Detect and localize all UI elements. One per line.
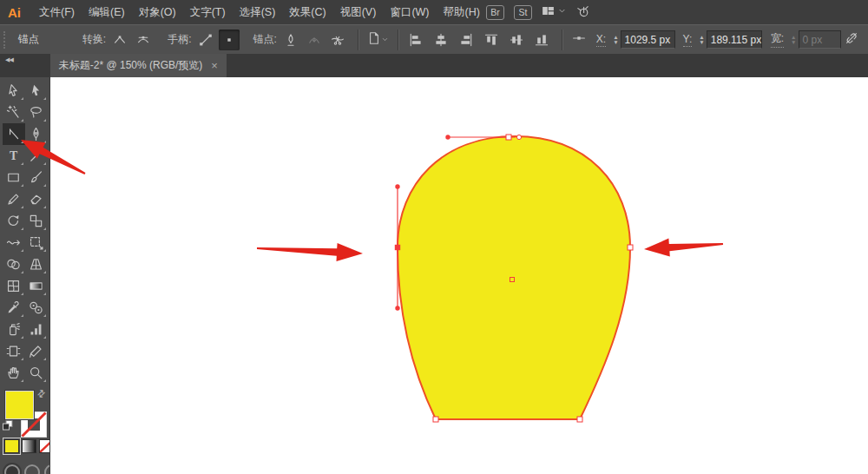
separator [398,30,399,50]
document-setup-button[interactable] [365,30,391,50]
x-stepper[interactable]: ▲▼ [613,35,618,45]
menu-item-3[interactable]: 文字(T) [183,5,233,20]
convert-smooth-button[interactable] [133,30,154,50]
x-label: X: [596,33,606,47]
doc-setup-icon [367,31,381,45]
rectangle-icon [6,170,21,185]
default-swatches-icon[interactable] [2,418,13,434]
tool-paintbrush[interactable] [25,167,48,188]
width-label: 宽: [771,31,784,48]
tool-symbol-sprayer[interactable] [3,319,25,340]
draw-normal-button[interactable] [4,464,20,474]
tab-close-icon[interactable]: × [211,60,218,71]
tool-rotate[interactable] [3,210,25,232]
tool-eraser[interactable] [25,188,48,210]
link-dimensions-button[interactable] [841,30,861,50]
tool-pen[interactable] [25,123,48,145]
draw-inside-button[interactable] [44,464,50,474]
handles-group [195,30,240,50]
swap-fill-stroke-icon[interactable]: ⇄ [35,387,49,401]
menu-item-5[interactable]: 效果(C) [282,5,332,20]
tool-scale[interactable] [25,210,48,232]
remove-anchor-button[interactable] [280,30,301,50]
isolate-icon [572,31,586,48]
tool-slice[interactable] [25,340,48,362]
menu-item-2[interactable]: 对象(O) [132,5,183,20]
tool-magic-wand[interactable] [3,102,25,123]
tool-selection[interactable] [25,80,48,102]
menu-item-0[interactable]: 文件(F) [32,5,82,20]
align-center-h-icon [434,33,448,47]
style-button[interactable]: St [514,5,532,20]
flyout-corner-icon [21,314,23,317]
y-stepper[interactable]: ▲▼ [699,35,704,45]
isolate-button[interactable] [569,30,589,50]
tool-artboard[interactable] [3,340,25,362]
cut-path-button[interactable] [327,30,348,50]
tool-direct-selection[interactable] [3,80,25,102]
rotate-icon [6,214,21,228]
tool-type[interactable]: T [3,145,25,167]
none-mode-button[interactable] [39,439,50,453]
align-middle-v-button[interactable] [506,30,527,50]
tool-perspective-grid[interactable] [25,253,48,275]
panel-grip[interactable] [3,31,8,49]
pen-icon [29,127,43,142]
anchor-point-icon [6,127,21,142]
document-tab[interactable]: 未标题-2* @ 150% (RGB/预览) × [50,54,227,77]
collapse-panel-icon[interactable]: ◀◀ [5,56,13,63]
type-icon: T [6,148,21,163]
menu-item-1[interactable]: 编辑(E) [82,5,132,20]
flyout-corner-icon [43,314,46,317]
x-input[interactable]: 1029.5 px [621,30,675,49]
y-input[interactable]: 189.115 px [707,30,762,49]
workspace-icon [542,4,555,17]
paintbrush-icon [29,170,43,185]
tool-rectangle[interactable] [3,167,25,188]
tool-mesh[interactable] [3,275,25,297]
tool-line-segment[interactable] [25,145,48,167]
flyout-corner-icon [43,358,46,360]
align-left-button[interactable] [405,30,426,50]
menu-item-4[interactable]: 选择(S) [233,5,283,20]
width-input: 0 px [799,30,842,49]
tool-hand[interactable] [3,362,25,384]
tool-width[interactable] [3,232,25,253]
draw-behind-button[interactable] [24,464,40,474]
flyout-corner-icon [21,336,23,339]
align-center-h-button[interactable] [431,30,451,50]
menu-item-8[interactable]: 帮助(H) [437,5,487,20]
tool-lasso[interactable] [25,102,48,123]
tool-anchor-point[interactable] [3,123,25,145]
flyout-corner-icon [21,293,23,295]
flyout-corner-icon [21,227,23,230]
selection-icon [29,83,43,98]
menu-item-6[interactable]: 视图(V) [333,5,384,20]
menu-item-7[interactable]: 窗口(W) [383,5,436,20]
align-bottom-icon [535,33,549,47]
convert-corner-button[interactable] [109,30,130,50]
menu-bar: Ai 文件(F)编辑(E)对象(O)文字(T)选择(S)效果(C)视图(V)窗口… [0,0,868,25]
show-handles-button[interactable] [195,30,216,50]
hide-handles-button[interactable] [219,30,240,50]
flyout-corner-icon [43,119,46,122]
bridge-button[interactable]: Br [486,5,504,20]
align-bottom-button[interactable] [531,30,552,50]
chevron-down-icon [557,6,567,18]
canvas[interactable] [49,77,868,474]
align-right-button[interactable] [456,30,477,50]
tool-zoom[interactable] [25,362,48,384]
tool-blend[interactable] [25,297,48,319]
tool-column-graph[interactable] [25,319,48,340]
tool-pencil[interactable] [3,188,25,210]
tool-gradient[interactable] [25,275,48,297]
fill-swatch[interactable] [5,391,34,419]
align-top-button[interactable] [481,30,502,50]
cs-live-icon[interactable] [576,4,590,21]
workspace-switcher[interactable] [542,4,567,20]
tool-eyedropper[interactable] [3,297,25,319]
color-mode-button[interactable] [4,439,19,453]
gradient-mode-button[interactable] [22,439,36,453]
tool-free-transform[interactable] [25,232,48,253]
tool-shape-builder[interactable] [3,253,25,275]
